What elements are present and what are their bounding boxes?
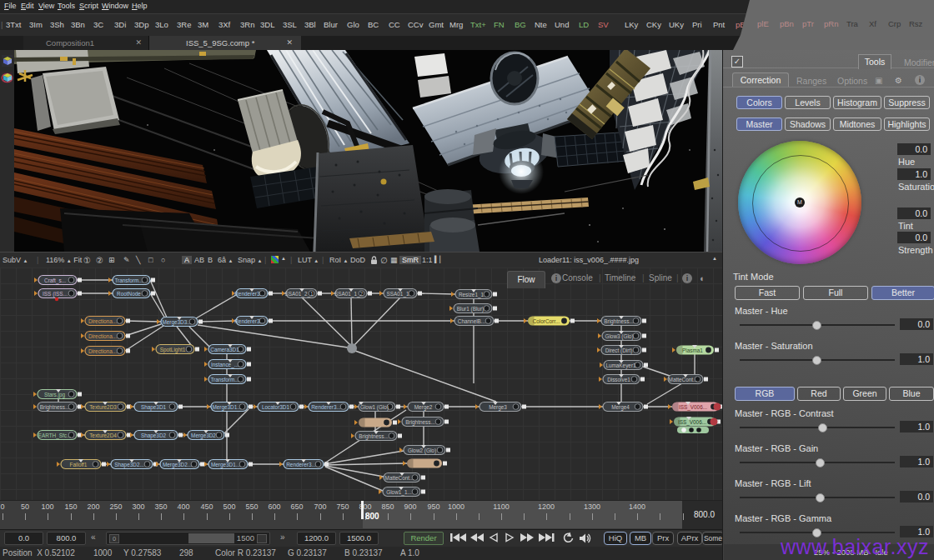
svg-text:Merge3D1...: Merge3D1... <box>212 404 241 411</box>
svg-text:ISS_V006...: ISS_V006... <box>678 419 706 426</box>
svg-text:Merge2: Merge2 <box>414 404 433 411</box>
svg-text:Glow3 (Glo): Glow3 (Glo) <box>605 333 633 340</box>
svg-text:Brightness...: Brightness... <box>40 404 70 411</box>
svg-text:Merge3D1...: Merge3D1... <box>211 462 240 468</box>
svg-text:Brightness...: Brightness... <box>359 433 389 440</box>
svg-text:Shape3D2...: Shape3D2... <box>114 462 144 468</box>
svg-text:Directiona...: Directiona... <box>88 318 117 324</box>
svg-text:Locator3D1: Locator3D1 <box>262 404 289 410</box>
svg-text:SSA01_1: SSA01_1 <box>386 291 409 298</box>
svg-text:Shape3D1: Shape3D1 <box>141 404 167 411</box>
svg-text:Direct (Dirt): Direct (Dirt) <box>605 348 633 354</box>
svg-text:Resize1_1: Resize1_1 <box>459 292 485 298</box>
svg-text:Glow1 (Glo): Glow1 (Glo) <box>360 404 389 411</box>
svg-text:Merge3: Merge3 <box>489 404 507 411</box>
svg-text:Instance_...: Instance_... <box>211 362 239 368</box>
svg-text:Craft_s...: Craft_s... <box>44 278 66 284</box>
svg-text:Transform...: Transform... <box>114 278 143 283</box>
svg-text:SSA01_1_2: SSA01_1_2 <box>334 291 364 298</box>
svg-text:Glow2 (Glo): Glow2 (Glo) <box>408 448 436 454</box>
svg-text:Renderer3...: Renderer3... <box>286 462 316 468</box>
svg-text:EARTH_Sfc...: EARTH_Sfc... <box>38 432 72 439</box>
svg-text:SSA01_2_1: SSA01_2_1 <box>284 291 314 298</box>
svg-text:Directiona...: Directiona... <box>88 333 117 339</box>
svg-text:Texture2D4: Texture2D4 <box>89 432 117 438</box>
svg-text:Glow1_1...: Glow1_1... <box>386 489 412 496</box>
svg-text:Renderer3...: Renderer3... <box>234 291 264 297</box>
svg-text:Texture2D3: Texture2D3 <box>89 404 117 410</box>
svg-text:Merge4: Merge4 <box>611 404 630 411</box>
svg-text:Plasma1: Plasma1 <box>682 348 703 353</box>
svg-text:Camera3D1: Camera3D1 <box>210 347 239 352</box>
svg-text:Merge3D2: Merge3D2 <box>191 432 216 439</box>
svg-text:MatteCont...: MatteCont... <box>385 475 414 481</box>
svg-text:RootNode: RootNode <box>117 291 141 297</box>
svg-text:ChannelB...: ChannelB... <box>458 318 486 324</box>
svg-text:Stars.jpg: Stars.jpg <box>44 392 66 398</box>
svg-text:Directiona...: Directiona... <box>88 348 117 354</box>
svg-text:Blur1 (Blur): Blur1 (Blur) <box>457 306 484 312</box>
svg-text:Transform...: Transform... <box>210 377 239 382</box>
svg-text:Merge3D2...: Merge3D2... <box>163 462 192 468</box>
svg-text:Brightness...: Brightness... <box>405 419 435 426</box>
svg-text:ISS_V006...: ISS_V006... <box>679 404 707 411</box>
svg-text:MatteCont...: MatteCont... <box>669 377 698 382</box>
svg-text:SpotLight1: SpotLight1 <box>160 347 186 353</box>
svg-text:ColorCorr...: ColorCorr... <box>533 318 560 324</box>
svg-text:Falloff1: Falloff1 <box>70 462 88 468</box>
svg-text:Renderer3...: Renderer3... <box>234 318 264 324</box>
svg-text:LumaKeyer1: LumaKeyer1 <box>605 362 636 369</box>
svg-text:Dissolve1: Dissolve1 <box>607 377 630 382</box>
svg-text:Renderer3...: Renderer3... <box>311 404 341 410</box>
svg-text:Merge3D3...: Merge3D3... <box>162 319 191 326</box>
svg-text:Shape3D2: Shape3D2 <box>141 432 167 439</box>
svg-text:ISS (ISS...: ISS (ISS... <box>43 291 68 298</box>
svg-text:Brightness...: Brightness... <box>604 318 634 325</box>
